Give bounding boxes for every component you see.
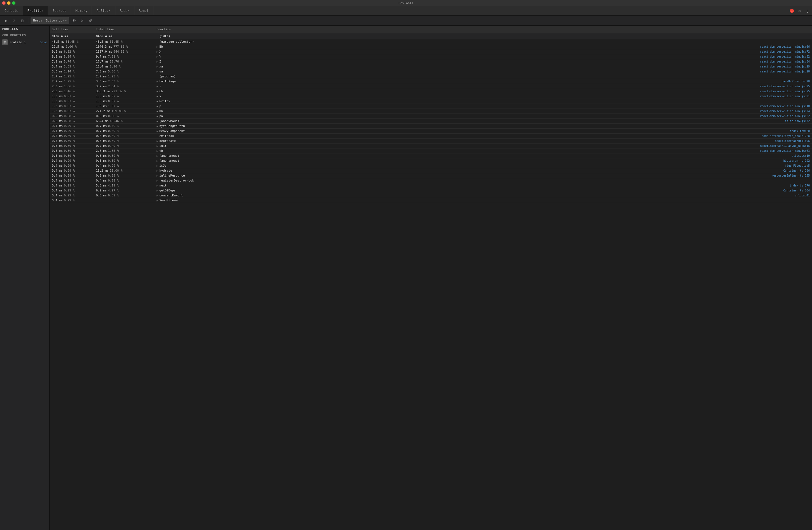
table-row[interactable]: 0.4 ms 0.29 % 0.5 ms 0.39 % ▶(anonymous)…	[49, 158, 812, 163]
table-row[interactable]: 0.5 ms 0.39 % 2.6 ms 1.85 % ▶yb react-do…	[49, 148, 812, 153]
table-row[interactable]: 0.5 ms 0.39 % 0.7 ms 0.49 % ▶init node:i…	[49, 144, 812, 148]
table-row[interactable]: 0.4 ms 0.29 % 0.5 ms 0.39 % ▶convertRawU…	[49, 193, 812, 198]
expand-arrow[interactable]: ▶	[157, 179, 159, 182]
table-row[interactable]: 12.5 ms 9.06 % 1076.3 ms 777.80 % ▶Bb re…	[49, 44, 812, 49]
expand-arrow[interactable]: ▶	[157, 170, 159, 172]
expand-arrow[interactable]: ▶	[157, 130, 159, 132]
profile-item-1[interactable]: Profile 1 Save	[0, 38, 49, 46]
expand-arrow[interactable]: ▶	[157, 160, 159, 162]
col-header-function[interactable]: Function	[154, 27, 812, 32]
tab-profiler[interactable]: Profiler	[23, 6, 48, 15]
expand-arrow[interactable]: ▶	[157, 45, 159, 48]
expand-arrow[interactable]: ▶	[157, 194, 159, 197]
tab-redux[interactable]: Redux	[115, 6, 134, 15]
cell-source[interactable]: react-dom-serve…tion.min.js:82	[735, 55, 812, 58]
save-profile-button[interactable]: Save	[40, 41, 47, 44]
table-row[interactable]: 43.5 ms 31.45 % 43.5 ms 31.45 % (garbage…	[49, 40, 812, 44]
cell-source[interactable]: react-dom-serve…tion.min.js:84	[735, 60, 812, 63]
expand-arrow[interactable]: ▶	[157, 70, 159, 73]
cell-source[interactable]: node:internal/async_hooks:228	[735, 134, 812, 138]
expand-arrow[interactable]: ▶	[157, 189, 159, 192]
view-mode-dropdown[interactable]: Heavy (Bottom Up) ▾	[31, 17, 69, 24]
table-row[interactable]: 2.7 ms 1.95 % 2.7 ms 1.95 % (program)	[49, 74, 812, 79]
table-row[interactable]: 8436.4 ms 8436.4 ms (idle)	[49, 33, 812, 40]
tab-rempl[interactable]: Rempl	[134, 6, 153, 15]
expand-arrow[interactable]: ▶	[157, 150, 159, 152]
cell-source[interactable]: index.js:176	[735, 184, 812, 187]
table-row[interactable]: 5.4 ms 3.89 % 12.4 ms 8.96 % ▶xa react-d…	[49, 64, 812, 69]
more-options-icon[interactable]: ⋮	[804, 7, 811, 14]
table-row[interactable]: 0.4 ms 0.29 % 15.2 ms 11.00 % ▶hydrate C…	[49, 168, 812, 173]
col-header-self-time[interactable]: Self Time	[49, 27, 94, 32]
table-row[interactable]: 1.3 ms 0.97 % 1.3 ms 0.97 % ▶writev	[49, 99, 812, 104]
cell-source[interactable]: react-dom-serve…tion.min.js:10	[735, 104, 812, 108]
expand-arrow[interactable]: ▶	[157, 115, 159, 118]
cell-source[interactable]: histogram.js:192	[735, 159, 812, 163]
table-row[interactable]: 2.7 ms 1.95 % 3.5 ms 2.53 % ▶buildPage p…	[49, 79, 812, 84]
table-row[interactable]: 2.3 ms 1.66 % 3.2 ms 2.34 % ▶z react-dom…	[49, 84, 812, 89]
table-row[interactable]: 0.9 ms 0.68 % 0.9 ms 0.68 % ▶pa react-do…	[49, 114, 812, 119]
tab-console[interactable]: Console	[0, 6, 23, 15]
minimize-traffic-light[interactable]	[7, 1, 11, 5]
tab-sources[interactable]: Sources	[48, 6, 71, 15]
cell-source[interactable]: tslib.es6.js:72	[735, 119, 812, 123]
table-row[interactable]: 0.4 ms 0.29 % ▶SendStream	[49, 198, 812, 203]
expand-arrow[interactable]: ▶	[157, 184, 159, 187]
expand-arrow[interactable]: ▶	[157, 90, 159, 93]
cell-source[interactable]: Container.ts:204	[735, 189, 812, 192]
maximize-traffic-light[interactable]	[12, 1, 15, 5]
refresh-button[interactable]: ↺	[87, 17, 94, 24]
cell-source[interactable]: index.tsx:20	[735, 129, 812, 133]
cell-source[interactable]: node:internal/i… async_hook:16	[735, 144, 812, 148]
table-row[interactable]: 1.3 ms 0.97 % 221.2 ms 159.88 % ▶Db reac…	[49, 109, 812, 114]
table-row[interactable]: 0.8 ms 0.58 % 68.4 ms 49.46 % ▶(anonymou…	[49, 119, 812, 124]
col-header-total-time[interactable]: Total Time	[94, 27, 154, 32]
expand-arrow[interactable]: ▶	[157, 145, 159, 147]
table-row[interactable]: 1.3 ms 0.97 % 1.3 ms 0.97 % ▶v react-dom…	[49, 94, 812, 99]
expand-arrow[interactable]: ▶	[157, 110, 159, 113]
close-button[interactable]: ✕	[78, 17, 86, 24]
cell-source[interactable]: Container.ts:296	[735, 169, 812, 173]
expand-arrow[interactable]: ▶	[157, 140, 159, 143]
close-traffic-light[interactable]	[2, 1, 5, 5]
table-row[interactable]: 0.5 ms 0.39 % 0.5 ms 0.39 % emitHook nod…	[49, 134, 812, 138]
expand-arrow[interactable]: ▶	[157, 120, 159, 122]
cell-source[interactable]: react-dom-serve…tion.min.js:72	[735, 50, 812, 54]
table-row[interactable]: 0.4 ms 0.29 % 6.9 ms 4.97 % ▶getOfDeps C…	[49, 188, 812, 193]
expand-arrow[interactable]: ▶	[157, 164, 159, 167]
table-row[interactable]: 8.2 ms 5.94 % 9.7 ms 7.01 % ▶Y react-dom…	[49, 54, 812, 59]
expand-arrow[interactable]: ▶	[157, 50, 159, 53]
expand-arrow[interactable]: ▶	[157, 80, 159, 83]
expand-arrow[interactable]: ▶	[157, 95, 159, 98]
table-row[interactable]: 7.9 ms 5.74 % 17.7 ms 12.76 % ▶Z react-d…	[49, 59, 812, 64]
settings-icon[interactable]: ⚙	[796, 7, 803, 14]
cell-source[interactable]: react-dom-serve…tion.min.js:74	[735, 109, 812, 113]
expand-arrow[interactable]: ▶	[157, 100, 159, 103]
table-row[interactable]: 0.4 ms 0.29 % 0.5 ms 0.39 % ▶inlineResou…	[49, 173, 812, 178]
cell-source[interactable]: react-dom-serve…tion.min.js:22	[735, 114, 812, 118]
focus-button[interactable]: 👁	[70, 17, 77, 24]
table-row[interactable]: 0.4 ms 0.29 % 0.4 ms 0.29 % ▶registerDes…	[49, 178, 812, 183]
expand-arrow[interactable]: ▶	[157, 65, 159, 68]
expand-arrow[interactable]: ▶	[157, 174, 159, 177]
cell-source[interactable]: utils.ts:19	[735, 154, 812, 158]
table-row[interactable]: 3.0 ms 2.14 % 7.0 ms 5.06 % ▶ua react-do…	[49, 69, 812, 74]
cell-source[interactable]: react-dom-serve…tion.min.js:28	[735, 70, 812, 73]
stop-button[interactable]: ⊘	[11, 17, 18, 24]
cell-source[interactable]: react-dom-serve…tion.min.js:29	[735, 65, 812, 68]
cell-source[interactable]: react-dom-serve…tion.min.js:21	[735, 94, 812, 98]
expand-arrow[interactable]: ▶	[157, 105, 159, 108]
expand-arrow[interactable]: ▶	[157, 60, 159, 63]
expand-arrow[interactable]: ▶	[157, 125, 159, 128]
cell-source[interactable]: react-dom-serve…tion.min.js:66	[735, 45, 812, 48]
cell-source[interactable]: resourcesInliner.ts:155	[735, 174, 812, 177]
table-row[interactable]: 0.5 ms 0.39 % 0.5 ms 0.39 % ▶deprecate n…	[49, 138, 812, 144]
cell-source[interactable]: react-dom-serve…tion.min.js:25	[735, 85, 812, 88]
expand-arrow[interactable]: ▶	[157, 199, 159, 202]
table-row[interactable]: 0.7 ms 0.49 % 0.7 ms 0.49 % ▶HeavyCompon…	[49, 129, 812, 134]
tab-memory[interactable]: Memory	[71, 6, 92, 15]
cell-source[interactable]: url.ts:41	[735, 194, 812, 197]
table-row[interactable]: 0.4 ms 0.29 % 5.8 ms 4.19 % ▶next index.…	[49, 183, 812, 188]
table-row[interactable]: 2.0 ms 1.46 % 306.3 ms 221.32 % ▶Cb reac…	[49, 89, 812, 94]
badge-btn[interactable]: 1	[788, 7, 796, 14]
